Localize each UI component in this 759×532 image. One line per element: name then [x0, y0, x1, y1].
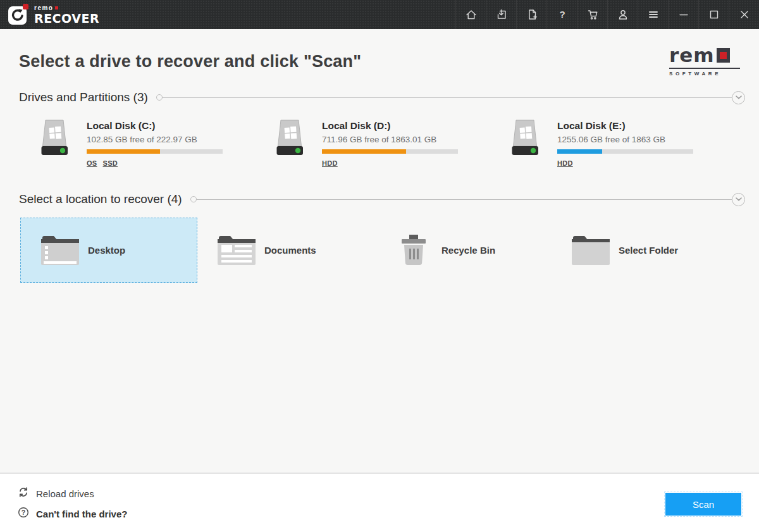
menu-icon[interactable]	[638, 0, 668, 29]
home-icon[interactable]	[455, 0, 486, 29]
drive-usage-bar	[322, 149, 458, 154]
cart-icon[interactable]	[577, 0, 607, 29]
location-item[interactable]: Documents	[197, 218, 374, 283]
reload-drives-label: Reload drives	[36, 488, 94, 499]
location-label: Recycle Bin	[441, 245, 495, 256]
drive-usage-fill	[557, 149, 602, 154]
minimize-icon[interactable]	[668, 0, 698, 29]
drives-section-header: Drives and Partitions (3)	[19, 90, 745, 105]
documents-folder-icon	[216, 234, 257, 267]
drive-free-space: 1255.06 GB free of 1863 GB	[557, 135, 693, 144]
brand-divider	[669, 68, 740, 69]
hard-drive-icon	[272, 119, 307, 158]
reload-icon	[18, 486, 29, 500]
recycle-bin-icon	[393, 234, 434, 267]
cant-find-drive-link[interactable]: ? Can't find the drive?	[18, 507, 127, 521]
remo-software-logo: rem SOFTWARE	[669, 46, 740, 77]
drive-tag: SSD	[103, 159, 118, 167]
remo-logo-icon	[8, 3, 29, 26]
drive-name: Local Disk (C:)	[87, 120, 223, 132]
locations-section-label: Select a location to recover (4)	[19, 192, 182, 206]
drive-usage-fill	[87, 149, 160, 154]
connector-ring	[156, 94, 163, 101]
drive-name: Local Disk (E:)	[557, 120, 693, 132]
drive-tag: HDD	[322, 159, 338, 167]
drive-name: Local Disk (D:)	[322, 120, 458, 132]
location-item[interactable]: Select Folder	[552, 218, 729, 283]
drive-tag: OS	[87, 159, 97, 167]
question-circle-icon: ?	[18, 507, 29, 521]
file-plus-icon[interactable]	[516, 0, 546, 29]
drive-usage-fill	[322, 149, 406, 154]
connector-line	[197, 199, 732, 200]
app-window: remo RECOVER ?	[0, 0, 759, 532]
chevron-down-icon[interactable]	[732, 91, 745, 104]
locations-row: Desktop Documents Recycle Bin Select Fol…	[20, 218, 729, 283]
help-icon[interactable]: ?	[546, 0, 577, 29]
drives-section-label: Drives and Partitions (3)	[19, 90, 148, 104]
maximize-icon[interactable]	[698, 0, 729, 29]
location-item[interactable]: Recycle Bin	[374, 218, 552, 283]
desktop-folder-icon	[40, 234, 80, 267]
svg-text:?: ?	[559, 9, 565, 20]
drive-free-space: 102.85 GB free of 222.97 GB	[87, 135, 223, 144]
titlebar-icons: ?	[455, 0, 759, 29]
location-label: Documents	[264, 245, 316, 256]
drive-item[interactable]: Local Disk (D:) 711.96 GB free of 1863.0…	[272, 119, 507, 167]
connector-ring	[190, 196, 197, 202]
drive-tags: OSSSD	[87, 159, 223, 167]
location-label: Desktop	[88, 245, 125, 256]
brand-word: rem	[669, 46, 740, 65]
import-icon[interactable]	[486, 0, 516, 29]
titlebar: remo RECOVER ?	[0, 0, 759, 29]
app-name-large: RECOVER	[34, 13, 99, 25]
drives-row: Local Disk (C:) 102.85 GB free of 222.97…	[37, 119, 743, 167]
chevron-down-icon[interactable]	[732, 193, 745, 206]
brand-o-square	[717, 48, 730, 63]
app-logo: remo RECOVER	[0, 3, 99, 26]
locations-section-header: Select a location to recover (4)	[19, 192, 745, 207]
reload-drives-button[interactable]: Reload drives	[18, 486, 94, 500]
app-logo-text: remo RECOVER	[34, 5, 99, 25]
select-folder-icon	[571, 234, 611, 267]
drive-item[interactable]: Local Disk (C:) 102.85 GB free of 222.97…	[37, 119, 272, 167]
connector-line	[163, 97, 732, 98]
page-title: Select a drive to recover and click "Sca…	[19, 52, 361, 71]
drive-item[interactable]: Local Disk (E:) 1255.06 GB free of 1863 …	[507, 119, 743, 167]
scan-button[interactable]: Scan	[665, 493, 741, 516]
footer: Reload drives ? Can't find the drive? Sc…	[0, 473, 759, 532]
location-item[interactable]: Desktop	[20, 218, 197, 283]
red-dot-icon	[55, 6, 58, 9]
hard-drive-icon	[507, 119, 543, 158]
drive-tags: HDD	[557, 159, 693, 167]
user-icon[interactable]	[607, 0, 638, 29]
main-content: Select a drive to recover and click "Sca…	[0, 29, 759, 473]
drive-usage-bar	[87, 149, 223, 154]
drive-info: Local Disk (E:) 1255.06 GB free of 1863 …	[557, 119, 693, 167]
drive-info: Local Disk (C:) 102.85 GB free of 222.97…	[87, 119, 223, 167]
drive-tags: HDD	[322, 159, 458, 167]
hard-drive-icon	[37, 119, 72, 158]
drive-tag: HDD	[557, 159, 573, 167]
close-icon[interactable]	[729, 0, 759, 29]
cant-find-drive-label: Can't find the drive?	[36, 509, 127, 519]
svg-text:?: ?	[22, 509, 25, 516]
drive-free-space: 711.96 GB free of 1863.01 GB	[322, 135, 458, 144]
brand-subtitle: SOFTWARE	[669, 71, 740, 77]
app-name-small: remo	[34, 5, 99, 11]
drive-usage-bar	[557, 149, 693, 154]
drive-info: Local Disk (D:) 711.96 GB free of 1863.0…	[322, 119, 458, 167]
location-label: Select Folder	[619, 245, 678, 256]
